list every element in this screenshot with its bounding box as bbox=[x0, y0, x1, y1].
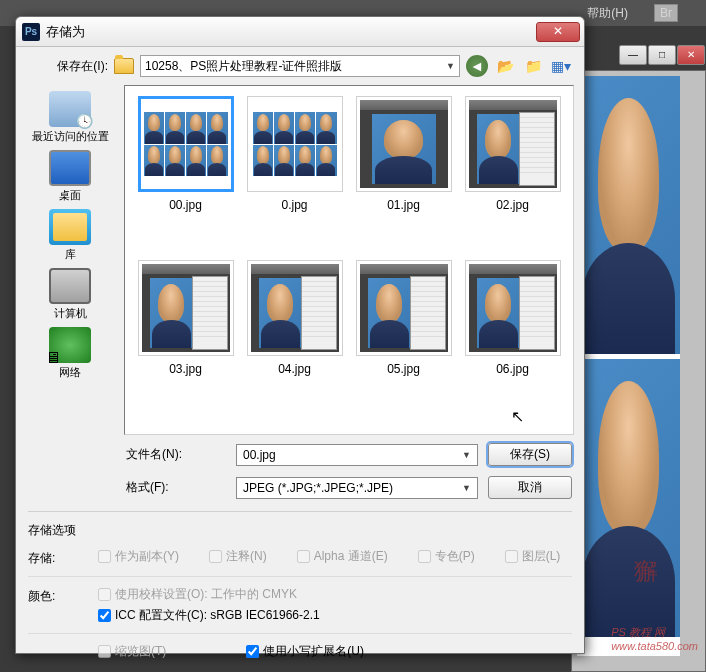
location-combobox[interactable]: 10258、PS照片处理教程-证件照排版▼ bbox=[140, 55, 460, 77]
file-item[interactable]: 06.jpg bbox=[462, 260, 563, 420]
file-name-label: 01.jpg bbox=[353, 198, 454, 212]
doc-maximize-button[interactable]: □ bbox=[648, 45, 676, 65]
file-name-label: 0.jpg bbox=[244, 198, 345, 212]
file-name-label: 05.jpg bbox=[353, 362, 454, 376]
chk-lowercase-ext[interactable]: 使用小写扩展名(U) bbox=[246, 643, 364, 660]
file-name-label: 06.jpg bbox=[462, 362, 563, 376]
filename-label: 文件名(N): bbox=[126, 446, 226, 463]
chk-as-copy: 作为副本(Y) bbox=[98, 548, 179, 565]
chk-alpha: Alpha 通道(E) bbox=[297, 548, 388, 565]
file-item[interactable]: 04.jpg bbox=[244, 260, 345, 420]
dialog-titlebar[interactable]: Ps 存储为 ✕ bbox=[16, 17, 584, 47]
chk-thumbnail: 缩览图(T) bbox=[98, 643, 166, 660]
menu-help[interactable]: 帮助(H) bbox=[587, 5, 628, 22]
cancel-button[interactable]: 取消 bbox=[488, 476, 572, 499]
file-item[interactable]: 00.jpg bbox=[135, 96, 236, 256]
sidebar-item-desktop[interactable]: 桌面 bbox=[47, 148, 93, 205]
nav-back-icon[interactable]: ◄ bbox=[466, 55, 488, 77]
file-name-label: 04.jpg bbox=[244, 362, 345, 376]
watermark-seal: 獬 bbox=[626, 552, 666, 592]
doc-close-button[interactable]: ✕ bbox=[677, 45, 705, 65]
nav-up-icon[interactable]: 📂 bbox=[494, 55, 516, 77]
new-folder-icon[interactable]: 📁 bbox=[522, 55, 544, 77]
filename-input[interactable]: 00.jpg▼ bbox=[236, 444, 478, 466]
doc-minimize-button[interactable]: — bbox=[619, 45, 647, 65]
dialog-title: 存储为 bbox=[46, 23, 536, 41]
chk-proof: 使用校样设置(O): 工作中的 CMYK bbox=[98, 586, 572, 603]
file-name-label: 00.jpg bbox=[135, 198, 236, 212]
chk-spot: 专色(P) bbox=[418, 548, 475, 565]
photoshop-icon: Ps bbox=[22, 23, 40, 41]
bridge-button[interactable]: Br bbox=[654, 4, 678, 22]
sidebar-item-computer[interactable]: 计算机 bbox=[47, 266, 93, 323]
file-list[interactable]: 00.jpg0.jpg01.jpg02.jpg03.jpg04.jpg05.jp… bbox=[124, 85, 574, 435]
sidebar-item-network[interactable]: 网络 bbox=[47, 325, 93, 382]
canvas-photo-2 bbox=[577, 359, 680, 637]
file-item[interactable]: 03.jpg bbox=[135, 260, 236, 420]
location-label: 保存在(I): bbox=[28, 58, 108, 75]
format-combobox[interactable]: JPEG (*.JPG;*.JPEG;*.JPE)▼ bbox=[236, 477, 478, 499]
sidebar-item-library[interactable]: 库 bbox=[47, 207, 93, 264]
dialog-close-button[interactable]: ✕ bbox=[536, 22, 580, 42]
storage-label: 存储: bbox=[28, 548, 86, 567]
sidebar-item-recent[interactable]: 最近访问的位置 bbox=[30, 89, 111, 146]
watermark-text: PS 教程 网 www.tata580.com bbox=[611, 625, 698, 652]
save-as-dialog: Ps 存储为 ✕ 保存在(I): 10258、PS照片处理教程-证件照排版▼ ◄… bbox=[15, 16, 585, 654]
file-item[interactable]: 05.jpg bbox=[353, 260, 454, 420]
save-button[interactable]: 保存(S) bbox=[488, 443, 572, 466]
file-name-label: 03.jpg bbox=[135, 362, 236, 376]
canvas-photo-1 bbox=[577, 76, 680, 354]
view-menu-icon[interactable]: ▦▾ bbox=[550, 55, 572, 77]
options-heading: 存储选项 bbox=[28, 522, 572, 539]
format-label: 格式(F): bbox=[126, 479, 226, 496]
chk-notes: 注释(N) bbox=[209, 548, 267, 565]
color-label: 颜色: bbox=[28, 586, 86, 605]
file-item[interactable]: 0.jpg bbox=[244, 96, 345, 256]
file-item[interactable]: 01.jpg bbox=[353, 96, 454, 256]
chk-icc[interactable]: ICC 配置文件(C): sRGB IEC61966-2.1 bbox=[98, 607, 572, 624]
chk-layers: 图层(L) bbox=[505, 548, 561, 565]
file-item[interactable]: 02.jpg bbox=[462, 96, 563, 256]
folder-icon bbox=[114, 58, 134, 74]
places-sidebar: 最近访问的位置 桌面 库 计算机 网络 bbox=[26, 85, 114, 435]
file-name-label: 02.jpg bbox=[462, 198, 563, 212]
